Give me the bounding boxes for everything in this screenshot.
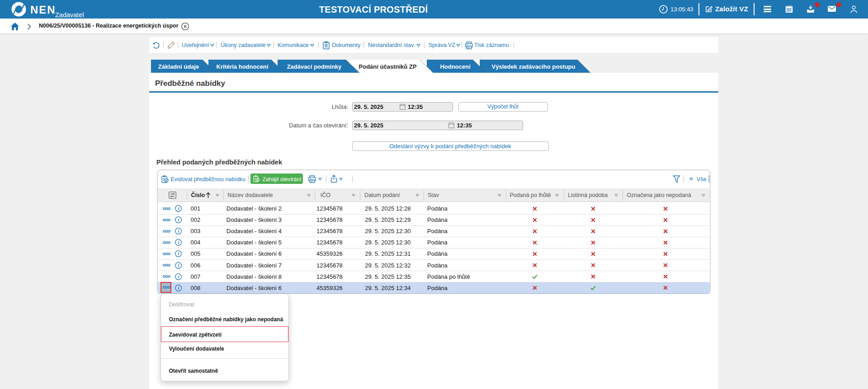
svg-text:i: i <box>178 206 179 211</box>
svg-text:Podání účastníků ZP: Podání účastníků ZP <box>359 63 417 70</box>
svg-text:i: i <box>178 251 179 256</box>
svg-text:i: i <box>178 286 179 291</box>
svg-text:i: i <box>178 240 179 245</box>
svg-text:Základní údaje: Základní údaje <box>158 63 199 70</box>
svg-text:i: i <box>178 229 179 234</box>
svg-text:Kritéria hodnocení: Kritéria hodnocení <box>217 63 269 70</box>
svg-text:i: i <box>178 263 179 268</box>
svg-text:Výsledek zadávacího postupu: Výsledek zadávacího postupu <box>492 63 576 70</box>
svg-text:i: i <box>178 217 179 222</box>
svg-text:Zadávací podmínky: Zadávací podmínky <box>287 63 342 70</box>
svg-text:Hodnocení: Hodnocení <box>440 63 471 70</box>
svg-text:i: i <box>178 274 179 279</box>
